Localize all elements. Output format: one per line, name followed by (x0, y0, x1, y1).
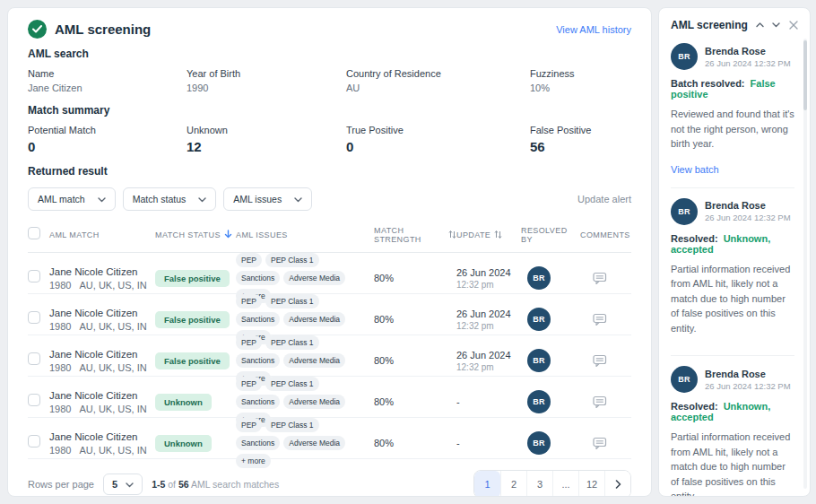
match-year: 1980 (49, 362, 71, 373)
table-header-row: AML MATCH MATCH STATUS AML ISSUES MATCH … (28, 222, 631, 253)
match-year: 1980 (49, 404, 71, 414)
page-button-12[interactable]: 12 (578, 471, 604, 497)
check-circle-icon (28, 20, 47, 39)
comment-icon[interactable] (593, 395, 607, 409)
status-badge: False positive (155, 352, 230, 369)
issue-pill: PEP (236, 253, 262, 267)
issue-pill: Sanctions (236, 436, 280, 450)
pagination: 123...12 (473, 470, 631, 497)
table-row: Jane Nicole Citizen 1980 AU, UK, US, IN … (28, 253, 631, 294)
update-time: 12:32 pm (456, 362, 521, 372)
page: AML screening View AML history AML searc… (0, 0, 816, 504)
sort-icon (448, 230, 456, 241)
match-name: Jane Nicole Citizen (49, 349, 155, 360)
column-update[interactable]: UPDATE (456, 230, 521, 241)
issue-pill: Adverse Media (283, 312, 345, 326)
page-ellipsis[interactable]: ... (552, 471, 578, 497)
comment-body: Partial information received from AML hi… (671, 430, 794, 497)
column-aml-issues: AML ISSUES (236, 230, 374, 239)
filter-match-status[interactable]: Match status (123, 187, 217, 211)
update-date: 26 Jun 2024 (456, 267, 521, 278)
next-page-button[interactable] (604, 471, 630, 497)
status-badge: False positive (155, 311, 230, 328)
table-row: Jane Nicole Citizen 1980 AU, UK, US, IN … (28, 418, 631, 459)
update-cell: 26 Jun 2024 12:32 pm (456, 308, 521, 331)
row-checkbox[interactable] (28, 311, 40, 324)
resolution-label: Resolved: (671, 233, 718, 244)
comment-author: Brenda Rose (705, 46, 791, 56)
filter-row: AML match Match status AML issues Update… (28, 187, 631, 211)
comment-icon[interactable] (593, 354, 607, 368)
page-button-2[interactable]: 2 (500, 471, 526, 497)
match-cell: Jane Nicole Citizen 1980 AU, UK, US, IN (49, 390, 155, 414)
comments-list: BR Brenda Rose 26 Jun 2024 12:32 PM Batc… (671, 33, 798, 497)
row-checkbox[interactable] (28, 352, 40, 365)
column-aml-match: AML MATCH (49, 230, 155, 239)
view-aml-history-link[interactable]: View AML history (556, 24, 631, 35)
row-checkbox[interactable] (28, 394, 40, 406)
column-match-strength[interactable]: MATCH STRENGTH (374, 226, 456, 244)
panel-header: AML screening View AML history (28, 20, 631, 39)
issue-pill: PEP (236, 377, 262, 391)
chevron-down-icon (198, 194, 206, 204)
page-button-3[interactable]: 3 (526, 471, 552, 497)
match-strength: 80% (374, 273, 456, 283)
table-row: Jane Nicole Citizen 1980 AU, UK, US, IN … (28, 377, 631, 418)
comment-avatar: BR (671, 198, 698, 225)
comment-timestamp: 26 Jun 2024 12:32 PM (705, 213, 791, 222)
view-batch-link[interactable]: View batch (671, 164, 719, 175)
close-icon[interactable] (789, 21, 798, 30)
issue-pill: Adverse Media (283, 353, 345, 368)
match-name: Jane Nicole Citizen (49, 308, 155, 318)
comments-sidebar: AML screening BR Brenda Rose 26 Jun 2024… (658, 7, 811, 497)
filter-aml-match[interactable]: AML match (28, 187, 116, 211)
row-checkbox[interactable] (28, 270, 40, 282)
column-match-status[interactable]: MATCH STATUS (155, 230, 236, 240)
sort-desc-icon (224, 230, 232, 240)
resolved-by-avatar: BR (527, 390, 551, 413)
issue-pill: Adverse Media (283, 436, 345, 450)
match-strength: 80% (374, 355, 456, 366)
resolved-by-avatar: BR (527, 431, 551, 455)
comment-icon[interactable] (593, 313, 607, 326)
issue-pill[interactable]: + more (236, 454, 271, 468)
issue-pill: Adverse Media (283, 271, 345, 285)
collapse-up-icon[interactable] (756, 22, 764, 28)
update-cell: 26 Jun 2024 12:32 pm (456, 350, 521, 372)
update-date: - (456, 396, 521, 407)
comment-author: Brenda Rose (705, 200, 791, 211)
row-checkbox[interactable] (28, 435, 40, 448)
column-comments: COMMENTS (580, 230, 631, 239)
comment-icon[interactable] (593, 437, 607, 450)
issue-pill: Sanctions (236, 312, 280, 326)
resolved-by-avatar: BR (527, 349, 551, 372)
comment-resolution: Resolved: Unknown, accepted (671, 401, 794, 422)
stat-unknown: Unknown 12 (187, 125, 346, 154)
aml-screening-panel: AML screening View AML history AML searc… (7, 7, 652, 497)
filter-aml-issues[interactable]: AML issues (223, 187, 312, 211)
update-cell: 26 Jun 2024 12:32 pm (456, 267, 521, 290)
issue-pill: Sanctions (236, 395, 280, 409)
comment-body: Partial information received from AML hi… (671, 262, 794, 336)
rows-per-page-select[interactable]: 5 (103, 474, 143, 495)
sidebar-title: AML screening (671, 19, 748, 31)
field-name: Name Jane Citizen (28, 68, 187, 93)
issue-pill: PEP Class 1 (265, 253, 319, 267)
match-cell: Jane Nicole Citizen 1980 AU, UK, US, IN (49, 349, 155, 373)
update-alert-link[interactable]: Update alert (577, 194, 631, 204)
field-country-of-residence: Country of Residence AU (346, 68, 530, 93)
sidebar-header: AML screening (671, 19, 798, 31)
comment: BR Brenda Rose 26 Jun 2024 12:32 PM Reso… (671, 187, 794, 356)
collapse-down-icon[interactable] (772, 22, 780, 28)
scrollbar-thumb[interactable] (803, 40, 807, 110)
comment-icon[interactable] (593, 272, 607, 285)
match-strength: 80% (374, 314, 456, 325)
issue-pill: Adverse Media (283, 395, 345, 409)
match-strength: 80% (374, 438, 456, 448)
page-button-1[interactable]: 1 (474, 471, 500, 497)
results-table: AML MATCH MATCH STATUS AML ISSUES MATCH … (28, 222, 631, 459)
select-all-checkbox[interactable] (28, 227, 40, 239)
issue-pills: PEPPEP Class 1SanctionsAdverse Media+ mo… (236, 418, 374, 468)
match-cell: Jane Nicole Citizen 1980 AU, UK, US, IN (49, 308, 155, 332)
comment-resolution: Resolved: Unknown, accepted (671, 233, 794, 255)
